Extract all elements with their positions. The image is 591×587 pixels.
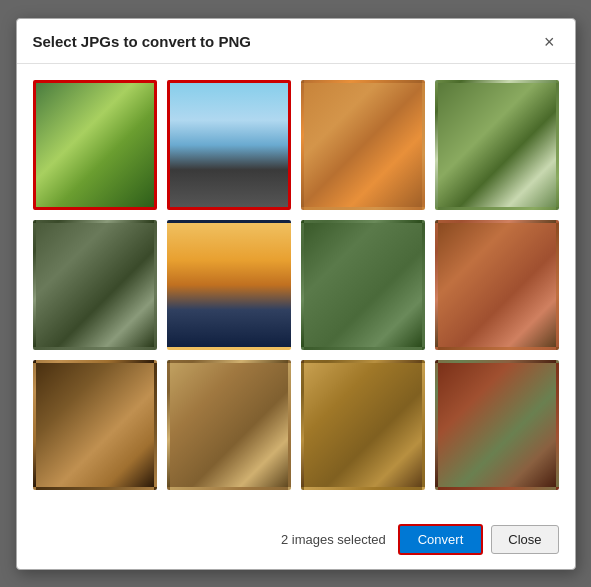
dialog-title: Select JPGs to convert to PNG xyxy=(33,33,251,50)
image-thumbnail[interactable] xyxy=(167,80,291,210)
image-thumbnail[interactable] xyxy=(435,220,559,350)
image-thumbnail[interactable] xyxy=(167,220,291,350)
image-thumb-container[interactable] xyxy=(301,360,425,490)
dialog-window: Select JPGs to convert to PNG × 2 images… xyxy=(16,18,576,570)
selected-count: 2 xyxy=(281,532,288,547)
selected-count-text: 2 images selected xyxy=(281,532,386,547)
image-thumbnail[interactable] xyxy=(301,360,425,490)
image-grid xyxy=(33,80,559,490)
image-thumbnail[interactable] xyxy=(301,220,425,350)
image-thumb-container[interactable] xyxy=(435,80,559,210)
image-thumb-container[interactable] xyxy=(435,220,559,350)
image-thumb-container[interactable] xyxy=(167,80,291,210)
dialog-footer: 2 images selected Convert Close xyxy=(17,514,575,569)
image-thumb-container[interactable] xyxy=(33,80,157,210)
image-thumbnail[interactable] xyxy=(167,360,291,490)
image-thumb-container[interactable] xyxy=(33,360,157,490)
dialog-body xyxy=(17,64,575,514)
image-thumb-container[interactable] xyxy=(33,220,157,350)
close-button[interactable]: Close xyxy=(491,525,558,554)
image-thumb-container[interactable] xyxy=(435,360,559,490)
dialog-close-x-button[interactable]: × xyxy=(540,31,559,53)
image-thumbnail[interactable] xyxy=(33,220,157,350)
image-thumbnail[interactable] xyxy=(33,360,157,490)
image-thumbnail[interactable] xyxy=(435,80,559,210)
image-thumb-container[interactable] xyxy=(301,220,425,350)
image-thumb-container[interactable] xyxy=(301,80,425,210)
image-thumb-container[interactable] xyxy=(167,360,291,490)
selected-label: images selected xyxy=(292,532,386,547)
image-thumbnail[interactable] xyxy=(301,80,425,210)
image-thumb-container[interactable] xyxy=(167,220,291,350)
image-thumbnail[interactable] xyxy=(435,360,559,490)
image-thumbnail[interactable] xyxy=(33,80,157,210)
dialog-header: Select JPGs to convert to PNG × xyxy=(17,19,575,64)
convert-button[interactable]: Convert xyxy=(398,524,484,555)
